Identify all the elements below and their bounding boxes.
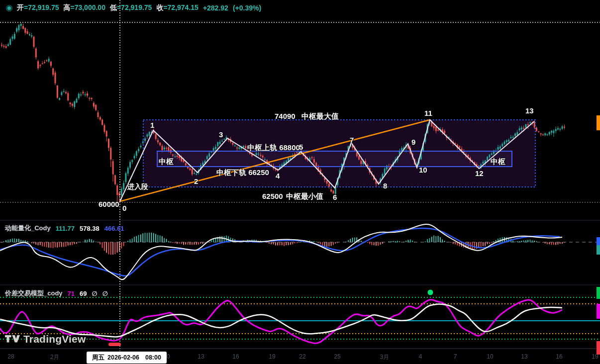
- indicator-value: ∅: [92, 290, 98, 297]
- pivot-label: 2: [194, 177, 198, 185]
- ohlc-change: +282.92: [203, 4, 228, 12]
- time-axis-label: 4: [419, 353, 422, 360]
- tooltip-date: 2026-02-06: [107, 354, 139, 361]
- chart-annotation: 中枢上轨 68800: [247, 143, 300, 153]
- tradingview-logo-text: TradingView: [23, 333, 86, 345]
- indicator-title: 动能量化_Cody: [5, 224, 51, 233]
- pivot-label: 9: [411, 138, 415, 146]
- ohlc-label: 低: [110, 3, 117, 11]
- crosshair-time-tooltip: 周五 2026-02-06 08:00: [87, 352, 167, 364]
- time-axis-label: 13: [521, 353, 527, 360]
- pivot-label: 5: [299, 143, 303, 151]
- indicator-value: 578.38: [80, 225, 100, 232]
- time-axis-label: 16: [556, 353, 562, 360]
- chart-annotation: 中枢最大值: [301, 112, 339, 121]
- ohlc-label: 开: [17, 3, 24, 11]
- ohlc-item: 开=72,919.75: [17, 3, 59, 12]
- time-axis-label: 3月: [380, 353, 390, 362]
- pivot-label: 11: [424, 109, 432, 117]
- ohlc-label: 高: [63, 3, 70, 11]
- chart-annotation: 60000: [99, 200, 119, 208]
- ohlc-value: =72,919.75: [117, 3, 152, 11]
- ohlc-value: =73,000.00: [70, 3, 105, 11]
- chart-annotation: 62500: [262, 192, 283, 200]
- ohlc-value: =72,974.15: [163, 3, 198, 11]
- time-axis-label: 16: [232, 353, 239, 360]
- chart-annotation: 中枢: [159, 157, 174, 167]
- chart-canvas[interactable]: [0, 0, 600, 364]
- pivot-label: 12: [475, 169, 484, 178]
- indicator-legend-momentum[interactable]: 动能量化_Cody 111.77578.38466.61: [5, 224, 124, 233]
- pivot-label: 8: [383, 182, 387, 190]
- tradingview-chart-window: 开=72,919.75高=73,000.00低=72,919.75收=72,97…: [0, 0, 600, 364]
- indicator-legend-spread-model[interactable]: 价差交易模型_cody 7169∅∅: [5, 289, 108, 298]
- tooltip-time: 08:00: [145, 354, 161, 361]
- time-axis-label: 19: [592, 353, 598, 360]
- pivot-label: 1: [150, 121, 154, 129]
- time-axis-label: 22: [299, 353, 305, 360]
- pivot-label: 7: [350, 136, 354, 144]
- pivot-label: 0: [122, 204, 126, 212]
- indicator-value: ∅: [102, 290, 108, 297]
- ohlc-label: 收: [156, 3, 163, 11]
- chart-annotation: 中枢最小值: [286, 192, 323, 201]
- ohlc-value: =72,919.75: [24, 3, 59, 11]
- indicator-title: 价差交易模型_cody: [5, 289, 63, 298]
- chart-annotation: 进入段: [127, 182, 148, 191]
- pivot-label: 6: [333, 193, 337, 201]
- ohlc-change-percent: (+0.39%): [233, 4, 261, 12]
- tradingview-logo[interactable]: TradingView: [5, 333, 86, 345]
- indicator-value: 71: [68, 290, 75, 297]
- pivot-label: 13: [525, 106, 534, 115]
- time-axis-label: 13: [198, 353, 204, 360]
- time-axis-label: 7: [454, 353, 457, 360]
- chart-annotation: 中枢下轨 66250: [216, 168, 269, 178]
- instrument-status-dot-icon: [6, 5, 12, 11]
- pivot-label: 10: [419, 166, 427, 174]
- pivot-label: 4: [276, 172, 280, 180]
- ohlc-item: 低=72,919.75: [110, 3, 152, 12]
- indicator-value: 69: [80, 290, 87, 297]
- tradingview-logo-icon: [5, 333, 20, 345]
- time-axis-label: 10: [487, 353, 493, 360]
- chart-annotation: 中枢: [491, 157, 505, 167]
- ohlc-item: 高=73,000.00: [63, 3, 105, 12]
- time-axis-label: 2月: [50, 353, 60, 362]
- tooltip-weekday: 周五: [92, 354, 104, 362]
- ohlc-item: 收=72,974.15: [156, 3, 198, 12]
- ohlc-legend[interactable]: 开=72,919.75高=73,000.00低=72,919.75收=72,97…: [6, 3, 261, 12]
- indicator-value: 111.77: [56, 225, 75, 232]
- indicator-value: 466.61: [104, 225, 124, 232]
- time-axis-label: 28: [7, 353, 14, 360]
- chart-annotation: 74090: [275, 112, 296, 120]
- pivot-label: 3: [219, 130, 223, 139]
- time-axis-label: 19: [269, 353, 275, 360]
- time-axis-label: 25: [334, 353, 340, 360]
